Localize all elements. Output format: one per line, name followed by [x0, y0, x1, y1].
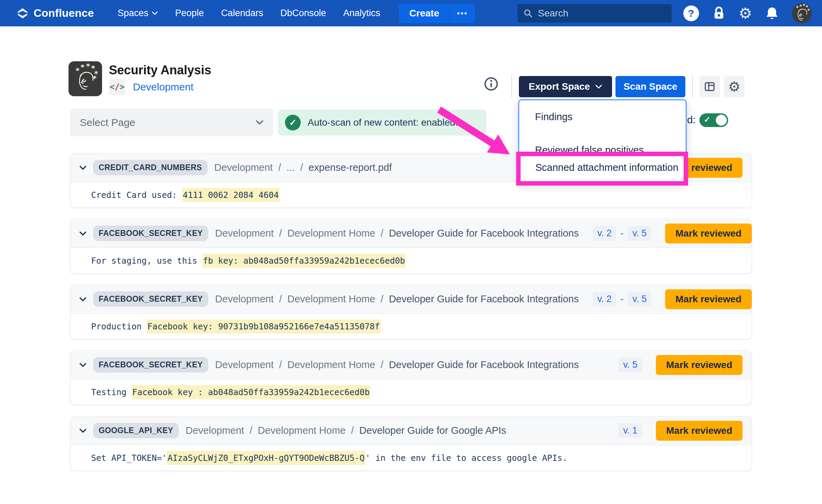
svg-text:*: *: [802, 3, 806, 8]
finding-header[interactable]: FACEBOOK_SECRET_KEY Development / Develo…: [71, 285, 751, 314]
select-page-dropdown[interactable]: Select Page: [70, 109, 273, 136]
search-icon: [523, 8, 533, 18]
help-icon[interactable]: ?: [683, 5, 699, 21]
search-box[interactable]: [518, 4, 672, 23]
help-glyph: ?: [688, 8, 694, 19]
mark-reviewed-button[interactable]: Mark reviewed: [665, 224, 752, 243]
finding-type-badge: FACEBOOK_SECRET_KEY: [93, 226, 208, 241]
version-badge[interactable]: v. 2: [593, 292, 616, 306]
breadcrumb-item[interactable]: Development Home: [258, 425, 346, 436]
mark-reviewed-button[interactable]: Mark reviewed: [665, 289, 752, 309]
breadcrumb-item[interactable]: Development Home: [287, 359, 375, 370]
breadcrumb-item[interactable]: ...: [286, 162, 295, 173]
space-settings-button[interactable]: ⚙: [724, 76, 745, 97]
menu-item-scanned-attachment-information[interactable]: Scanned attachment information: [520, 154, 684, 181]
finding-content: Production Facebook key: 90731b9b108a952…: [71, 314, 751, 339]
sidebar-layout-icon: [703, 81, 716, 92]
chevron-down-icon[interactable]: [79, 297, 86, 302]
toggle-check-icon: ✓: [704, 115, 710, 124]
finding-header[interactable]: FACEBOOK_SECRET_KEY Development / Develo…: [71, 351, 751, 379]
settings-gear-icon[interactable]: ⚙: [739, 6, 752, 21]
breadcrumb-separator: /: [278, 162, 281, 173]
nav-icon-group: ? ⚙: [683, 3, 812, 23]
autoscan-status-badge: ✓ Auto-scan of new content: enabled.: [278, 110, 486, 136]
chevron-down-icon: [152, 11, 158, 15]
finding-type-badge: CREDIT_CARD_NUMBERS: [93, 160, 208, 175]
version-badge[interactable]: v. 5: [627, 226, 651, 241]
chevron-down-icon: [256, 120, 263, 125]
version-range-dash: -: [620, 228, 623, 239]
nav-item-people[interactable]: People: [175, 8, 204, 18]
export-space-button[interactable]: Export Space: [519, 76, 612, 97]
finding-type-badge: GOOGLE_API_KEY: [93, 423, 179, 438]
bell-icon[interactable]: [764, 6, 780, 21]
content-pre: Testing: [91, 387, 132, 397]
finding-header[interactable]: FACEBOOK_SECRET_KEY Development / Develo…: [71, 219, 751, 248]
breadcrumb: Development / Development Home / Develop…: [215, 293, 579, 305]
breadcrumb-item[interactable]: Development Home: [287, 293, 375, 305]
breadcrumb-separator: /: [381, 293, 383, 305]
finding-header[interactable]: GOOGLE_API_KEY Development / Development…: [71, 416, 751, 445]
chevron-down-icon[interactable]: [79, 428, 86, 433]
breadcrumb: Development / Development Home / Develop…: [215, 359, 579, 370]
breadcrumb-item[interactable]: Developer Guide for Facebook Integration…: [389, 228, 579, 239]
select-page-label: Select Page: [80, 117, 135, 128]
create-more-button[interactable]: •••: [450, 4, 475, 23]
page-title: Security Analysis: [109, 63, 211, 77]
content-highlight: AIzaSyCLWjZ0_ETxgPOxH-gQYT9ODeWcBBZU5-Q: [167, 451, 365, 465]
gear-icon: ⚙: [728, 80, 740, 93]
lock-icon[interactable]: [711, 6, 726, 21]
chevron-down-icon[interactable]: [79, 231, 86, 236]
breadcrumb-item[interactable]: Development: [215, 293, 274, 305]
user-avatar[interactable]: *** **: [792, 3, 812, 23]
version-badge[interactable]: v. 5: [618, 357, 642, 372]
confluence-logo[interactable]: Confluence: [16, 7, 94, 20]
finding-card: FACEBOOK_SECRET_KEY Development / Develo…: [70, 219, 752, 274]
breadcrumb: Development / Development Home / Develop…: [186, 425, 506, 436]
version-badge[interactable]: v. 2: [593, 226, 616, 241]
breadcrumb-item[interactable]: Development Home: [287, 228, 375, 239]
finding-content: Testing Facebook key : ab048ad50ffa33959…: [71, 379, 751, 405]
chevron-down-icon[interactable]: [79, 165, 86, 170]
space-avatar-face-drawing: *** ***: [70, 63, 100, 94]
chevron-down-icon[interactable]: [79, 363, 86, 367]
finding-content: Set API_TOKEN='AIzaSyCLWjZ0_ETxgPOxH-gQY…: [71, 445, 751, 471]
breadcrumb-item[interactable]: Developer Guide for Facebook Integration…: [389, 293, 579, 305]
content-pre: Set API_TOKEN=': [91, 453, 167, 463]
search-input[interactable]: [537, 8, 666, 19]
mark-reviewed-button[interactable]: Mark reviewed: [656, 355, 743, 375]
autoscan-toggle[interactable]: ✓: [699, 113, 728, 127]
breadcrumb-item[interactable]: expense-report.pdf: [309, 162, 392, 173]
check-circle-icon: ✓: [285, 115, 301, 130]
scan-space-button[interactable]: Scan Space: [615, 76, 685, 97]
space-avatar[interactable]: *** ***: [68, 61, 102, 96]
breadcrumb-separator: /: [250, 425, 252, 436]
mark-reviewed-button[interactable]: Mark reviewed: [656, 421, 743, 441]
autoscan-status-text: Auto-scan of new content: enabled.: [308, 117, 458, 128]
create-button[interactable]: Create: [399, 4, 449, 23]
breadcrumb: Development / ... / expense-report.pdf: [214, 162, 392, 173]
finding-card: FACEBOOK_SECRET_KEY Development / Develo…: [70, 350, 752, 405]
breadcrumb-item[interactable]: Developer Guide for Google APIs: [359, 425, 506, 436]
version-badge[interactable]: v. 1: [618, 423, 642, 438]
breadcrumb-separator: /: [279, 359, 282, 370]
version-badges: v. 2-v. 5: [593, 292, 651, 306]
breadcrumb-item[interactable]: Development: [186, 425, 244, 436]
nav-item-dbconsole[interactable]: DbConsole: [280, 8, 326, 18]
nav-item-spaces[interactable]: Spaces: [117, 8, 158, 18]
nav-item-analytics[interactable]: Analytics: [343, 8, 380, 18]
svg-text:*: *: [75, 66, 80, 75]
breadcrumb-item[interactable]: Development: [215, 359, 274, 370]
toggle-knob: [716, 115, 727, 126]
export-space-label: Export Space: [529, 81, 590, 92]
nav-item-calendars[interactable]: Calendars: [221, 8, 263, 18]
breadcrumb-item[interactable]: Development: [214, 162, 273, 173]
breadcrumb-item[interactable]: Developer Guide for Facebook Integration…: [389, 359, 579, 370]
space-link[interactable]: Development: [133, 81, 194, 93]
menu-item-findings[interactable]: Findings: [519, 100, 686, 134]
sidebar-layout-button[interactable]: [699, 76, 720, 97]
info-icon[interactable]: [484, 76, 499, 91]
finding-type-badge: FACEBOOK_SECRET_KEY: [93, 357, 208, 373]
version-badge[interactable]: v. 5: [627, 292, 651, 306]
breadcrumb-item[interactable]: Development: [215, 228, 274, 239]
